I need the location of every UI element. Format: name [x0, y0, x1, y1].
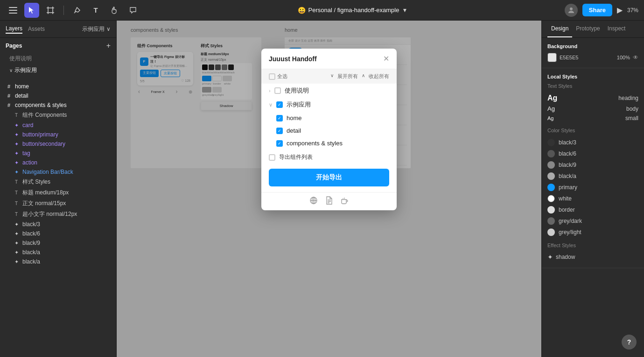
text-tool[interactable]: T [88, 3, 103, 18]
coffee-icon[interactable] [340, 196, 349, 207]
globe-icon[interactable] [309, 196, 318, 207]
export-button[interactable]: 开始导出 [269, 169, 389, 186]
component-icon: ✦ [13, 160, 20, 166]
color-border[interactable]: border [547, 204, 638, 215]
modal-overlay[interactable]: Juuust Handoff ✕ 全选 ∨ 展开所有 ∧ 收起所有 [117, 21, 541, 357]
tab-inspect[interactable]: Inspect [604, 21, 630, 37]
visibility-toggle[interactable]: 👁 [633, 54, 638, 61]
layer-btn-primary[interactable]: ✦ button/primary [0, 130, 116, 139]
component-icon: ✦ [13, 150, 20, 157]
toolbar-left: T [6, 3, 140, 18]
layer-btn-secondary[interactable]: ✦ button/secondary [0, 139, 116, 149]
layer-card[interactable]: ✦ card [0, 121, 116, 130]
color-black9[interactable]: black/9 [547, 159, 638, 171]
layer-styles[interactable]: T 样式 Styles [0, 177, 116, 187]
doc-icon[interactable] [325, 196, 333, 207]
tab-layers[interactable]: Layers [6, 24, 22, 34]
layer-components-styles[interactable]: # components & styles [0, 100, 116, 110]
background-opacity[interactable]: 100% [617, 55, 630, 60]
zoom-level[interactable]: 37% [627, 7, 638, 14]
layer-black6[interactable]: ✦ black/6 [0, 229, 116, 238]
black9-swatch [547, 161, 555, 169]
share-button[interactable]: Share [582, 4, 612, 16]
menu-button[interactable] [6, 3, 21, 18]
frame-icon: # [6, 84, 12, 89]
export-components-label: 导出组件列表 [279, 153, 313, 161]
modal-close-button[interactable]: ✕ [383, 54, 389, 63]
color-white[interactable]: white [547, 193, 638, 204]
hand-tool[interactable] [107, 3, 122, 18]
layer-home[interactable]: # home [0, 82, 116, 91]
text-style-heading[interactable]: Ag heading [547, 93, 638, 104]
color-grey-dark[interactable]: grey/dark [547, 215, 638, 227]
dropdown-arrow[interactable]: ▼ [402, 7, 407, 14]
expand-all-icon: ∨ [330, 73, 334, 80]
tab-app[interactable]: 示例应用 ∨ [82, 25, 111, 33]
tab-design[interactable]: Design [547, 21, 572, 37]
frame-tool[interactable] [43, 3, 58, 18]
subpage-detail-row[interactable]: detail [261, 124, 397, 137]
layer-navbar[interactable]: ✦ Navigation Bar/Back [0, 167, 116, 177]
layer-action[interactable]: ✦ action [0, 158, 116, 167]
color-primary[interactable]: primary [547, 182, 638, 193]
layer-zu-jian[interactable]: T 组件 Components [0, 110, 116, 121]
color-grey-light[interactable]: grey/light [547, 227, 638, 238]
layer-title-medium[interactable]: T 标题 medium/18px [0, 187, 116, 198]
page-shili-row[interactable]: ∨ 示例应用 [261, 98, 397, 112]
page-shili-checkbox[interactable] [276, 101, 283, 108]
modal-toolbar-actions: ∨ 展开所有 ∧ 收起所有 [330, 73, 389, 80]
collapse-all-label[interactable]: 收起所有 [369, 73, 389, 80]
frame-icon: # [6, 102, 12, 108]
layer-blacka-2[interactable]: ✦ black/a [0, 257, 116, 266]
small-label: small [625, 115, 638, 121]
page-shiyong-row[interactable]: › 使用说明 [261, 84, 397, 98]
modal-toolbar: 全选 ∨ 展开所有 ∧ 收起所有 [261, 69, 397, 84]
subpage-home-checkbox[interactable] [276, 115, 283, 121]
comment-tool[interactable] [126, 3, 140, 18]
component-icon: ✦ [13, 169, 20, 175]
page-shiyong-label: 使用说明 [285, 86, 309, 95]
background-hex[interactable]: E5E5E5 [560, 55, 614, 60]
expand-all-label[interactable]: 展开所有 [337, 73, 358, 80]
tab-prototype[interactable]: Prototype [572, 21, 603, 37]
page-item-shili[interactable]: ∨ 示例应用 [6, 64, 111, 76]
layers-list: # home # detail # components & styles T … [0, 80, 116, 357]
help-button[interactable]: ? [622, 335, 637, 350]
add-page-button[interactable]: + [106, 42, 111, 50]
layer-black9[interactable]: ✦ black/9 [0, 238, 116, 248]
tab-assets[interactable]: Assets [28, 25, 45, 33]
page-shiyong-checkbox[interactable] [274, 87, 281, 94]
color-black6[interactable]: black/6 [547, 148, 638, 159]
layer-detail[interactable]: # detail [0, 91, 116, 100]
canvas[interactable]: components & styles 组件 Components F 一键导出… [117, 21, 541, 357]
subpage-detail-checkbox[interactable] [276, 128, 283, 134]
color-blacka[interactable]: black/a [547, 171, 638, 182]
layer-black3[interactable]: ✦ black/3 [0, 220, 116, 229]
page-item-shiyong[interactable]: 使用说明 [6, 53, 111, 64]
text-type-icon: T [13, 212, 20, 217]
select-all-checkbox[interactable] [269, 73, 275, 80]
background-swatch[interactable] [547, 53, 557, 62]
expand-icon-shili: ∨ [269, 102, 273, 108]
text-style-small[interactable]: Ag small [547, 114, 638, 123]
color-black3[interactable]: black/3 [547, 137, 638, 148]
layer-tag[interactable]: ✦ tag [0, 149, 116, 158]
cursor-tool[interactable] [24, 3, 39, 18]
text-type-icon: T [13, 190, 20, 195]
layer-normal[interactable]: T 正文 normal/15px [0, 198, 116, 209]
export-components-checkbox[interactable] [269, 154, 275, 161]
grey-dark-label: grey/dark [559, 218, 582, 224]
text-style-body[interactable]: Ag body [547, 104, 638, 114]
subpage-home-row[interactable]: home [261, 112, 397, 124]
play-button[interactable]: ▶ [617, 6, 623, 14]
layer-small[interactable]: T 超小文字 normal/12px [0, 209, 116, 220]
primary-swatch [547, 184, 555, 191]
subpage-detail-label: detail [287, 127, 301, 134]
subpage-components-checkbox[interactable] [276, 140, 283, 147]
subpage-components-row[interactable]: components & styles [261, 137, 397, 150]
background-row: E5E5E5 100% 👁 [547, 53, 638, 62]
effect-shadow[interactable]: ✦ shadow [547, 252, 638, 262]
black9-label: black/9 [559, 162, 576, 168]
pen-tool[interactable] [70, 3, 84, 18]
layer-blacka-1[interactable]: ✦ black/a [0, 248, 116, 257]
